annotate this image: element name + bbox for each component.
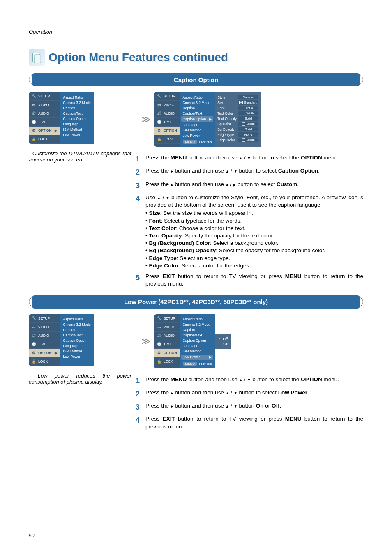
step-1: 1 Press the MENU button and then use / b…	[136, 154, 363, 164]
svg-rect-1	[34, 55, 41, 63]
nav-setup: 🔧SETUP	[154, 314, 180, 323]
page-title: Option Menu Features continued	[48, 51, 228, 64]
monitor-icon: ▭	[157, 102, 161, 107]
nav-time: 🕒TIME	[154, 340, 180, 349]
low-power-banner-label: Low Power (42PC1D**, 42PC3D**, 50PC3D** …	[32, 295, 360, 309]
right-arrow-icon	[171, 389, 173, 396]
color-swatch-icon	[242, 138, 245, 142]
menu-pill: MENU	[183, 362, 198, 366]
caption-option-banner-label: Caption Option	[32, 73, 360, 86]
previous-label: Previous	[199, 140, 212, 144]
right-arrow-icon	[171, 181, 173, 187]
opt-caption: Caption	[63, 105, 91, 111]
right-arrow-icon	[233, 181, 236, 187]
opt-lowpower: Low Power	[63, 132, 91, 137]
chevron-right-icon	[209, 355, 212, 359]
nav-lock: 🔒LOCK	[29, 135, 60, 144]
speaker-icon: 🔊	[31, 111, 36, 116]
nav-lock: 🔒LOCK	[29, 357, 60, 366]
opt-language: Language	[63, 121, 91, 127]
nav-option: ⚙OPTION	[154, 127, 180, 135]
opt-captionoption-hl: Caption Option	[181, 116, 214, 122]
step-2: 2 Press the button and then use / button…	[136, 167, 363, 177]
up-arrow-icon	[239, 154, 242, 161]
lp-step-2: 2 Press the button and then use / button…	[136, 389, 363, 399]
nav-video: ▭VIDEO	[154, 101, 180, 109]
opt-ism: ISM Method	[183, 127, 212, 133]
nav-video: ▭VIDEO	[29, 323, 60, 332]
step-3: 3 Press the button and then use / button…	[136, 181, 363, 191]
monitor-icon: ▭	[31, 325, 36, 329]
letter-a-icon: A	[239, 101, 243, 104]
nav-option: ⚙OPTION	[29, 349, 60, 357]
clock-icon: 🕒	[157, 342, 161, 347]
nav-video: ▭VIDEO	[29, 101, 60, 109]
bullet-list: Size: Set the size the words will appear…	[145, 210, 363, 269]
opt-cinema: Cinema 3:2 Mode	[183, 100, 212, 105]
down-arrow-icon	[234, 403, 238, 409]
tools-icon: 🔧	[157, 94, 161, 99]
lp-step-1: 1 Press the MENU button and then use / b…	[136, 376, 363, 386]
menu-prev-bar: MENU Previous	[183, 362, 212, 366]
clock-icon: 🕒	[31, 120, 36, 124]
double-chevron-icon: ≫	[136, 114, 154, 125]
monitor-icon: ▭	[31, 102, 36, 107]
style-panel: StyleCustom SizeAStandard FontFont 0 Tex…	[215, 92, 261, 147]
opt-captiontext: Caption/Text	[183, 333, 212, 338]
clock-icon: 🕒	[31, 342, 36, 347]
nav-setup: 🔧SETUP	[29, 92, 60, 101]
opt-aspect: Aspect Ratio	[63, 94, 91, 100]
opt-ism: ISM Method	[63, 349, 91, 354]
color-swatch-icon	[242, 112, 245, 115]
nav-audio: 🔊AUDIO	[29, 109, 60, 118]
opt-captionoption: Caption Option	[183, 338, 212, 343]
clock-icon: 🕒	[157, 120, 161, 124]
opt-ism: ISM Method	[183, 349, 212, 354]
gear-icon: ⚙	[31, 350, 36, 355]
low-power-values: ✓Off On	[215, 334, 231, 349]
right-arrow-icon	[171, 168, 173, 174]
lock-icon: 🔒	[31, 359, 36, 364]
up-arrow-icon	[226, 403, 229, 409]
lock-icon: 🔒	[157, 137, 161, 142]
lock-icon: 🔒	[31, 137, 36, 142]
opt-lowpower: Low Power	[183, 133, 212, 138]
nav-setup: 🔧SETUP	[29, 314, 60, 323]
menu-prev-bar: MENU Previous	[183, 140, 212, 144]
step-5: 5 Press EXIT button to return to TV view…	[136, 273, 363, 288]
opt-language: Language	[183, 122, 212, 127]
opt-cinema: Cinema 3:2 Mode	[63, 100, 91, 105]
header-rule	[29, 37, 363, 37]
nav-option: ⚙OPTION	[154, 349, 180, 357]
speaker-icon: 🔊	[31, 333, 36, 338]
lock-icon: 🔒	[157, 359, 161, 364]
footer-rule	[29, 531, 363, 531]
speaker-icon: 🔊	[157, 333, 161, 338]
low-power-banner: Low Power (42PC1D**, 42PC3D**, 50PC3D** …	[29, 295, 363, 309]
tools-icon: 🔧	[157, 316, 161, 321]
up-arrow-icon	[226, 168, 229, 174]
lowpower-note: - Low power reduces the power consumptio…	[29, 373, 131, 385]
opt-aspect: Aspect Ratio	[183, 94, 212, 100]
up-arrow-icon	[157, 194, 161, 200]
opt-captiontext: Caption/Text	[63, 333, 91, 338]
up-arrow-icon	[226, 389, 229, 396]
nav-time: 🕒TIME	[29, 118, 60, 127]
nav-audio: 🔊AUDIO	[154, 109, 180, 118]
nav-setup: 🔧SETUP	[154, 92, 180, 101]
opt-ism: ISM Method	[63, 127, 91, 132]
double-chevron-icon: ≫	[136, 336, 154, 347]
opt-aspect: Aspect Ratio	[63, 317, 91, 322]
chevron-right-icon	[209, 117, 212, 121]
opt-lowpower: Low Power	[63, 354, 91, 359]
lp-step-3: 3 Press the button and then use / button…	[136, 402, 363, 412]
page-number: 50	[29, 533, 34, 539]
opt-caption: Caption	[183, 327, 212, 333]
osd-menu-right-1: 🔧SETUP ▭VIDEO 🔊AUDIO 🕒TIME ⚙OPTION 🔒LOCK…	[154, 92, 261, 147]
opt-captionoption: Caption Option	[63, 116, 91, 121]
opt-language: Language	[183, 343, 212, 349]
osd-menu-left-2: 🔧SETUP ▭VIDEO 🔊AUDIO 🕒TIME ⚙OPTION 🔒LOCK…	[29, 314, 131, 366]
gear-icon: ⚙	[157, 350, 161, 355]
nav-audio: 🔊AUDIO	[29, 332, 60, 340]
opt-captiontext: Caption/Text	[63, 111, 91, 116]
